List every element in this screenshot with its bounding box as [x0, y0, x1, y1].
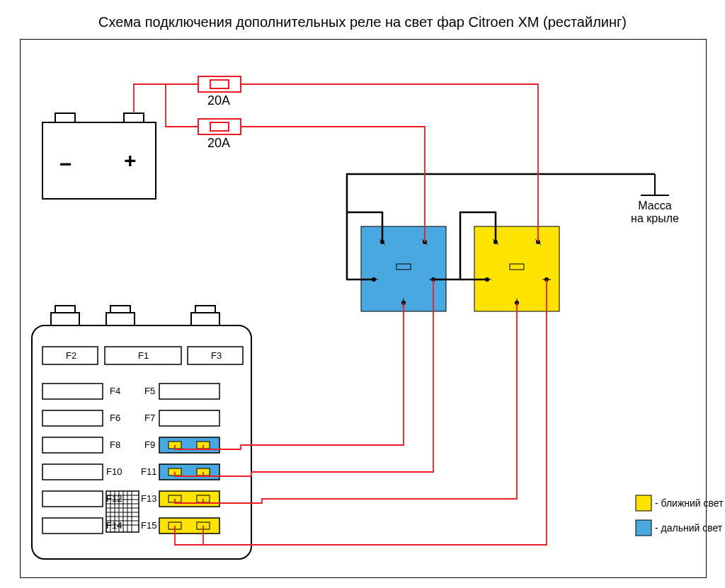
- ground-icon: [641, 174, 669, 195]
- wire-red: [134, 84, 547, 545]
- fuse1-label: 20A: [207, 93, 230, 108]
- svg-rect-45: [42, 410, 103, 426]
- fuse2-label: 20A: [207, 136, 230, 151]
- battery-minus: −: [59, 152, 72, 176]
- fusebox-f1: F1: [138, 350, 149, 361]
- legend-low-beam: - ближний свет: [655, 497, 724, 509]
- battery-plus: +: [124, 149, 137, 173]
- svg-rect-44: [159, 384, 219, 399]
- fusebox-f10: F10: [106, 466, 122, 477]
- fusebox-f5: F5: [144, 386, 155, 396]
- svg-rect-2: [124, 113, 144, 122]
- svg-rect-35: [55, 306, 75, 313]
- svg-rect-37: [110, 306, 130, 313]
- svg-rect-4: [210, 80, 229, 88]
- fusebox-f14: F14: [106, 520, 122, 531]
- legend-high-beam: - дальний свет: [655, 522, 722, 534]
- svg-rect-36: [106, 313, 135, 325]
- fusebox-f11: F11: [141, 466, 156, 477]
- svg-rect-74: [42, 518, 103, 534]
- svg-rect-55: [42, 491, 103, 507]
- svg-rect-46: [159, 410, 219, 426]
- fusebox-f9: F9: [144, 439, 155, 450]
- fusebox-f2: F2: [66, 350, 76, 361]
- fusebox-f15: F15: [141, 520, 156, 531]
- svg-rect-51: [42, 464, 103, 480]
- ground-label-2: на крыле: [631, 212, 679, 224]
- fusebox-f3: F3: [211, 350, 222, 361]
- ground-label: Масса на крыле: [620, 200, 690, 225]
- svg-rect-39: [195, 306, 215, 313]
- fuse-bottom: [198, 119, 241, 134]
- legend-swatch-blue: [636, 520, 651, 536]
- fusebox-f4: F4: [110, 386, 120, 396]
- svg-rect-6: [210, 122, 229, 131]
- fuse-top: [198, 76, 241, 92]
- svg-rect-5: [198, 119, 241, 134]
- svg-rect-47: [42, 437, 103, 453]
- fusebox-f7: F7: [144, 413, 155, 423]
- svg-rect-38: [191, 313, 219, 325]
- svg-rect-3: [198, 76, 241, 92]
- fusebox-f8: F8: [110, 439, 120, 450]
- svg-rect-1: [55, 113, 75, 122]
- svg-rect-43: [42, 384, 103, 399]
- fusebox-f12: F12: [106, 493, 122, 504]
- ground-label-1: Масса: [638, 200, 671, 212]
- svg-rect-34: [51, 313, 79, 325]
- fusebox-f13: F13: [141, 493, 156, 504]
- fusebox-f6: F6: [110, 413, 120, 423]
- legend-swatch-yellow: [636, 495, 651, 511]
